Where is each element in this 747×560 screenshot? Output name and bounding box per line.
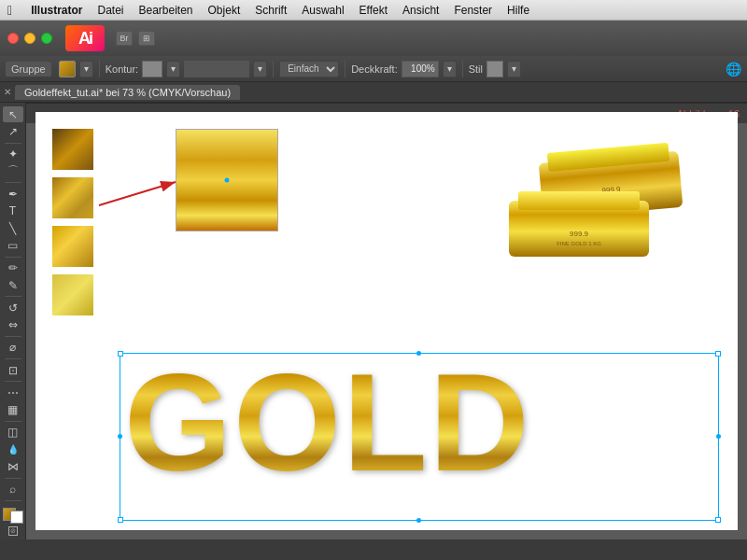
group-label: Gruppe xyxy=(6,62,51,77)
separator xyxy=(99,61,100,77)
swatch-medium-gold xyxy=(52,177,93,218)
tool-separator7 xyxy=(5,381,21,382)
gold-text-selection[interactable]: GOLD xyxy=(120,353,719,521)
apple-menu[interactable]:  xyxy=(7,3,12,18)
separator2 xyxy=(273,61,274,77)
svg-text:FINE GOLD 1 KG: FINE GOLD 1 KG xyxy=(557,241,601,246)
anchor-bottom-left xyxy=(118,517,123,523)
pencil-tool-button[interactable]: ✎ xyxy=(3,277,23,293)
color-swatch-panel xyxy=(52,129,93,315)
reflect-tool-button[interactable]: ⇔ xyxy=(3,316,23,332)
title-bar: Ai Br ⊞ xyxy=(0,21,747,56)
menu-hilfe[interactable]: Hilfe xyxy=(507,4,529,17)
graph-tool-button[interactable]: ▦ xyxy=(3,401,23,417)
main-area: ↖ ↗ ✦ ⌒ ✒ T ╲ ▭ ✏ ✎ ↺ ⇔ ⌀ ⊡ ⋯ ▦ ◫ 💧 ⋈ ⌕ xyxy=(0,103,747,539)
toolbar: ↖ ↗ ✦ ⌒ ✒ T ╲ ▭ ✏ ✎ ↺ ⇔ ⌀ ⊡ ⋯ ▦ ◫ 💧 ⋈ ⌕ xyxy=(0,103,26,539)
fill-swatch[interactable] xyxy=(59,61,76,77)
fill-dropdown[interactable]: ▾ xyxy=(79,61,93,77)
tool-separator xyxy=(5,143,21,144)
menu-bar:  Illustrator Datei Bearbeiten Objekt Sc… xyxy=(0,0,747,21)
arrow-line xyxy=(99,182,176,205)
blend-tool-button[interactable]: ⋈ xyxy=(3,458,23,474)
minimize-button[interactable] xyxy=(24,33,35,44)
tool-separator5 xyxy=(5,336,21,337)
type-tool-button[interactable]: T xyxy=(3,203,23,219)
direct-selection-tool-button[interactable]: ↗ xyxy=(3,123,23,139)
stil-dropdown[interactable]: ▾ xyxy=(507,61,521,77)
tool-separator8 xyxy=(5,421,21,422)
menu-objekt[interactable]: Objekt xyxy=(208,4,241,17)
line-tool-button[interactable]: ╲ xyxy=(3,220,23,236)
swatch-dark-gold xyxy=(52,129,93,170)
tab-bar: ✕ Goldeffekt_tut.ai* bei 73 % (CMYK/Vors… xyxy=(0,82,747,103)
menu-illustrator[interactable]: Illustrator xyxy=(31,4,82,17)
pen-tool-button[interactable]: ✒ xyxy=(3,186,23,202)
magic-wand-tool-button[interactable]: ✦ xyxy=(3,147,23,162)
app-logo: Ai xyxy=(65,25,105,51)
separator3 xyxy=(345,61,345,77)
background-swatch[interactable] xyxy=(10,511,23,524)
swatch-light-gold xyxy=(52,274,93,315)
rotate-tool-button[interactable]: ↺ xyxy=(3,300,23,315)
tool-separator9 xyxy=(5,478,21,479)
center-anchor xyxy=(225,178,230,183)
menu-auswahl[interactable]: Auswahl xyxy=(302,4,344,17)
menu-datei[interactable]: Datei xyxy=(97,4,123,17)
gold-bars-image: 999.9 FINE GOLD 1 KG 999.9 FINE GOLD 1 K… xyxy=(500,126,696,285)
maximize-button[interactable] xyxy=(41,33,52,44)
menu-bearbeiten[interactable]: Bearbeiten xyxy=(138,4,192,17)
traffic-lights xyxy=(7,33,52,44)
selection-tool-button[interactable]: ↖ xyxy=(3,106,23,122)
title-icons: Br ⊞ xyxy=(116,31,155,46)
bridge-icon[interactable]: Br xyxy=(116,31,133,46)
svg-text:999.9: 999.9 xyxy=(570,230,589,238)
stil-swatch[interactable] xyxy=(486,61,503,77)
tool-separator2 xyxy=(5,182,21,183)
paintbrush-tool-button[interactable]: ✏ xyxy=(3,260,23,276)
eyedropper-tool-button[interactable]: 💧 xyxy=(3,441,23,457)
symbol-tool-button[interactable]: ⋯ xyxy=(3,385,23,400)
artboard: 999.9 FINE GOLD 1 KG 999.9 FINE GOLD 1 K… xyxy=(35,112,738,530)
close-button[interactable] xyxy=(7,33,19,44)
anchor-bottom-mid xyxy=(416,518,421,523)
gold-text: GOLD xyxy=(120,354,718,492)
anchor-bottom-right xyxy=(715,517,721,523)
deckkraft-dropdown[interactable]: ▾ xyxy=(443,61,457,77)
svg-rect-6 xyxy=(518,191,640,210)
tab-close-icon[interactable]: ✕ xyxy=(4,87,11,97)
swatch-bright-gold xyxy=(52,226,93,267)
menu-effekt[interactable]: Effekt xyxy=(359,4,388,17)
menu-fenster[interactable]: Fenster xyxy=(454,4,492,17)
tool-separator3 xyxy=(5,257,21,258)
lasso-tool-button[interactable]: ⌒ xyxy=(3,163,23,179)
menu-ansicht[interactable]: Ansicht xyxy=(402,4,439,17)
kontur-label: Kontur: xyxy=(106,63,138,75)
gradient-rectangle[interactable] xyxy=(176,129,278,231)
gradient-tool-button[interactable]: ◫ xyxy=(3,425,23,441)
document-tab[interactable]: Goldeffekt_tut.ai* bei 73 % (CMYK/Vorsch… xyxy=(15,85,240,100)
stroke-type-select[interactable]: Einfach xyxy=(279,61,339,77)
tool-separator4 xyxy=(5,296,21,297)
shape-tool-button[interactable]: ▭ xyxy=(3,237,23,253)
layout-icon[interactable]: ⊞ xyxy=(138,31,155,46)
zoom-tool-button[interactable]: ⌕ xyxy=(3,482,23,497)
warp-tool-button[interactable]: ⌀ xyxy=(3,340,23,356)
free-transform-tool-button[interactable]: ⊡ xyxy=(3,362,23,378)
globe-icon[interactable]: 🌐 xyxy=(726,62,741,77)
no-fill-icon[interactable]: ⊘ xyxy=(8,526,18,536)
deckkraft-input[interactable]: 100% xyxy=(402,61,439,77)
stroke-width-input[interactable] xyxy=(184,61,249,77)
stroke-dropdown[interactable]: ▾ xyxy=(166,61,180,77)
tab-filename: Goldeffekt_tut.ai* bei 73 % (CMYK/Vorsch… xyxy=(24,87,231,98)
stroke-swatch[interactable] xyxy=(142,61,162,77)
stroke-width-dropdown[interactable]: ▾ xyxy=(253,61,267,77)
canvas-area: 999.9 FINE GOLD 1 KG 999.9 FINE GOLD 1 K… xyxy=(26,103,747,539)
options-bar: Gruppe ▾ Kontur: ▾ ▾ Einfach Deckkraft: … xyxy=(0,56,747,82)
swatch-modes: ⊘ xyxy=(8,526,18,536)
separator4 xyxy=(462,61,463,77)
color-swatches xyxy=(3,508,23,524)
tool-separator6 xyxy=(5,358,21,359)
deckkraft-label: Deckkraft: xyxy=(351,63,398,75)
menu-schrift[interactable]: Schrift xyxy=(255,4,287,17)
tool-separator10 xyxy=(5,500,21,501)
